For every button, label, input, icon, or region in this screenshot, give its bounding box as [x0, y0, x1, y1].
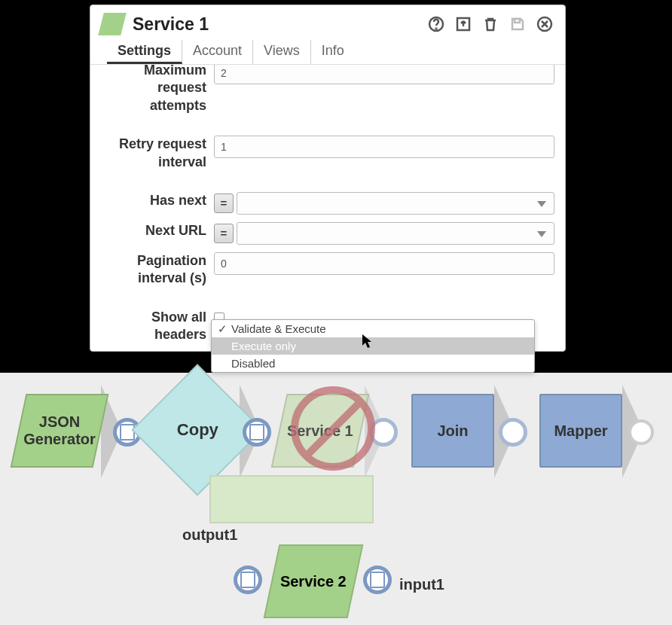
- header-toolbar: [426, 14, 554, 34]
- connector-doc-icon[interactable]: [243, 418, 271, 447]
- label-pagination: Pagination interval (s): [101, 252, 214, 288]
- node-service-2[interactable]: Service 2: [264, 544, 364, 618]
- row-pagination: Pagination interval (s): [101, 252, 554, 288]
- connector-doc-icon[interactable]: [234, 566, 262, 594]
- pipeline-canvas[interactable]: JSON Generator Copy Service 1 Join Mappe…: [0, 373, 672, 625]
- label-input1: input1: [399, 576, 444, 593]
- dialog-header: Service 1: [90, 5, 565, 40]
- node-join[interactable]: Join: [411, 394, 494, 468]
- export-icon[interactable]: [454, 14, 473, 34]
- snap-glyph-icon: [98, 13, 126, 35]
- label-next-url: Next URL: [101, 222, 214, 239]
- help-icon[interactable]: [426, 14, 446, 34]
- dialog-title: Service 1: [133, 14, 417, 35]
- input-max-attempts[interactable]: [214, 65, 554, 84]
- dd-option-disabled[interactable]: Disabled: [212, 355, 534, 372]
- output-port-icon[interactable]: [628, 419, 654, 445]
- connector-doc-icon[interactable]: [363, 566, 392, 594]
- disabled-overlay-icon: [291, 386, 375, 471]
- tab-settings[interactable]: Settings: [107, 40, 182, 64]
- save-icon[interactable]: [508, 14, 527, 34]
- tab-account[interactable]: Account: [182, 40, 253, 64]
- trash-icon[interactable]: [481, 14, 500, 34]
- label-show-headers: Show all headers: [101, 309, 214, 344]
- node-label: Copy: [177, 420, 218, 440]
- dd-option-validate-execute[interactable]: Validate & Execute: [212, 320, 534, 337]
- tab-bar: Settings Account Views Info: [90, 40, 565, 65]
- label-retry-interval: Retry request interval: [101, 136, 214, 171]
- label-has-next: Has next: [101, 192, 214, 209]
- input-pagination[interactable]: [214, 252, 554, 275]
- dd-option-execute-only[interactable]: Execute only: [212, 337, 534, 355]
- expr-toggle-next-url[interactable]: =: [214, 224, 234, 243]
- node-label: Join: [437, 422, 468, 440]
- branch-connector: [209, 475, 374, 523]
- snap-exec-dropdown: Validate & Execute Execute only Disabled: [211, 319, 535, 373]
- select-has-next[interactable]: [237, 192, 554, 215]
- svg-point-1: [435, 28, 436, 29]
- pipeline-row-1: JSON Generator Copy Service 1 Join Mappe…: [14, 385, 658, 478]
- settings-dialog: Service 1 Settings Account Views Info Ma…: [90, 5, 566, 352]
- node-json-generator[interactable]: JSON Generator: [11, 394, 109, 468]
- row-next-url: Next URL =: [101, 222, 554, 245]
- row-retry-interval: Retry request interval: [101, 136, 554, 171]
- connector-icon[interactable]: [499, 418, 527, 447]
- select-next-url[interactable]: [237, 222, 554, 245]
- label-max-attempts: Maximum request attempts: [101, 65, 214, 114]
- node-label: Mapper: [554, 422, 607, 440]
- node-label: Service 2: [280, 573, 347, 590]
- label-output1: output1: [182, 526, 237, 544]
- row-has-next: Has next =: [101, 192, 554, 215]
- row-max-attempts: Maximum request attempts: [101, 65, 554, 114]
- node-label: JSON Generator: [20, 413, 99, 448]
- expr-toggle-has-next[interactable]: =: [214, 194, 234, 213]
- close-icon[interactable]: [535, 14, 554, 34]
- tab-info[interactable]: Info: [311, 40, 355, 64]
- tab-views[interactable]: Views: [253, 40, 311, 64]
- node-mapper[interactable]: Mapper: [539, 394, 622, 468]
- form-area: Maximum request attempts Retry request i…: [90, 65, 565, 351]
- mouse-cursor-icon: [362, 334, 372, 349]
- input-retry-interval[interactable]: [214, 136, 554, 158]
- svg-rect-3: [515, 19, 520, 23]
